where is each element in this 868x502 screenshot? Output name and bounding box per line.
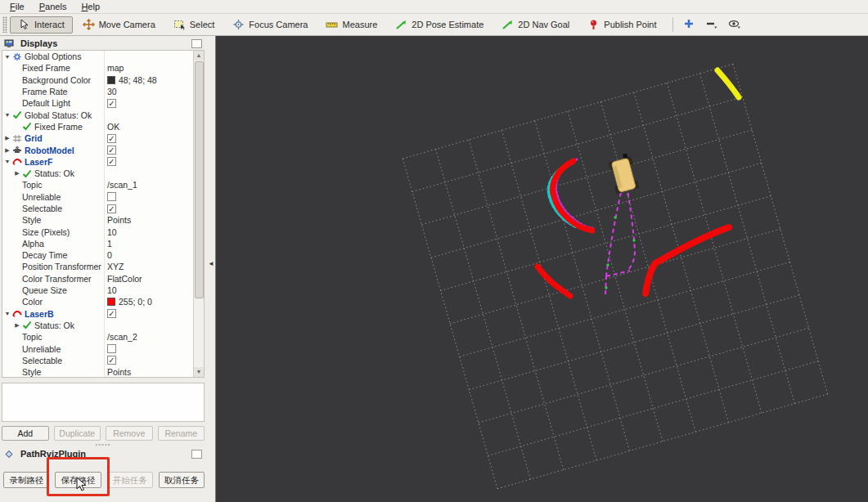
property-value-cell[interactable]: 10 xyxy=(104,285,204,295)
tree-row[interactable]: Unreliable xyxy=(2,343,204,354)
checkbox-checked[interactable]: ✓ xyxy=(107,157,116,166)
tree-row[interactable]: Selectable✓ xyxy=(2,203,204,214)
expander-closed-icon[interactable]: ▶ xyxy=(12,322,22,329)
checkbox-checked[interactable]: ✓ xyxy=(107,204,116,213)
expander-open-icon[interactable]: ▼ xyxy=(2,311,12,316)
tree-scrollbar[interactable]: ▲ ▼ xyxy=(193,51,204,377)
tree-row[interactable]: ▶Status: Ok xyxy=(2,320,204,331)
expander-closed-icon[interactable]: ▶ xyxy=(12,170,22,177)
tree-row[interactable]: Size (Pixels)10 xyxy=(2,226,204,237)
menu-item-help[interactable]: Help xyxy=(74,1,106,12)
property-value-cell[interactable]: ✓ xyxy=(104,146,204,155)
tree-row[interactable]: Fixed Framemap xyxy=(2,62,204,74)
tree-row[interactable]: Position TransformerXYZ xyxy=(2,261,204,272)
tool-button-interact[interactable]: Interact xyxy=(10,16,73,34)
tool-button-move-camera[interactable]: Move Camera xyxy=(74,16,164,34)
record-path-button[interactable]: 录制路径 xyxy=(3,472,49,488)
tool-button-2d-pose-estimate[interactable]: 2D Pose Estimate xyxy=(387,16,492,34)
3d-viewport[interactable] xyxy=(216,36,868,502)
scrollbar-thumb[interactable] xyxy=(195,61,204,298)
property-value-cell[interactable]: FlatColor xyxy=(104,274,204,284)
property-value-cell[interactable]: Points xyxy=(104,215,204,225)
tree-row[interactable]: ▼LaserF✓ xyxy=(2,156,204,168)
property-value-cell[interactable]: 0 xyxy=(104,250,204,260)
menu-item-panels[interactable]: Panels xyxy=(33,1,74,12)
property-value-cell[interactable]: 255; 0; 0 xyxy=(104,297,204,307)
checkbox-unchecked[interactable] xyxy=(107,344,116,353)
property-value-cell[interactable]: 1 xyxy=(104,239,204,249)
tool-button-focus-camera[interactable]: Focus Camera xyxy=(224,16,316,34)
checkbox-checked[interactable]: ✓ xyxy=(107,134,116,143)
minus-button[interactable] xyxy=(702,16,722,33)
checkbox-checked[interactable]: ✓ xyxy=(107,146,116,155)
property-value-cell[interactable]: 48; 48; 48 xyxy=(104,75,204,85)
tree-row[interactable]: Frame Rate30 xyxy=(2,86,204,97)
panel-viewport-splitter[interactable]: ◄ xyxy=(206,36,216,502)
save-path-button[interactable]: 保存路径 xyxy=(55,472,101,488)
tree-row[interactable]: StylePoints xyxy=(2,214,204,226)
plus-button[interactable] xyxy=(679,16,699,33)
checkbox-checked[interactable]: ✓ xyxy=(107,309,116,318)
tool-button-select[interactable]: Select xyxy=(165,16,223,34)
tree-row[interactable]: StylePoints xyxy=(2,366,204,378)
toolbar-drag-handle[interactable] xyxy=(2,16,7,33)
tree-row[interactable]: Color TransformerFlatColor xyxy=(2,273,204,285)
property-value-cell[interactable]: ✓ xyxy=(104,99,204,108)
cancel-task-button[interactable]: 取消任务 xyxy=(159,472,205,488)
tree-row[interactable]: Fixed FrameOK xyxy=(2,121,204,132)
expander-open-icon[interactable]: ▼ xyxy=(2,159,12,164)
scrollbar-up-arrow[interactable]: ▲ xyxy=(194,51,204,61)
color-swatch[interactable] xyxy=(107,76,115,84)
panel-float-button[interactable] xyxy=(191,39,202,48)
tree-row[interactable]: Background Color48; 48; 48 xyxy=(2,74,204,86)
tree-row[interactable]: Selectable✓ xyxy=(2,355,204,366)
tree-row[interactable]: Color255; 0; 0 xyxy=(2,296,204,307)
property-tree[interactable]: ▼Global OptionsFixed FramemapBackground … xyxy=(2,50,205,378)
property-value-cell[interactable]: XYZ xyxy=(104,262,204,271)
property-value-cell[interactable]: ✓ xyxy=(104,157,204,166)
add-button[interactable]: Add xyxy=(2,426,49,441)
tree-row[interactable]: Alpha1 xyxy=(2,238,204,249)
expander-open-icon[interactable]: ▼ xyxy=(2,112,12,118)
tool-button-2d-nav-goal[interactable]: 2D Nav Goal xyxy=(493,16,578,34)
property-value-cell[interactable]: 10 xyxy=(104,227,204,237)
property-value-cell[interactable]: ✓ xyxy=(104,134,204,143)
property-value-cell[interactable]: OK xyxy=(104,122,204,132)
tree-row[interactable]: ▶Status: Ok xyxy=(2,168,204,179)
property-value-cell[interactable]: Points xyxy=(104,367,204,377)
property-value-cell[interactable]: /scan_2 xyxy=(104,332,204,342)
tree-row[interactable]: ▶RobotModel✓ xyxy=(2,144,204,155)
property-value-cell[interactable]: ✓ xyxy=(104,356,204,365)
displays-panel-header[interactable]: Displays xyxy=(2,37,205,50)
property-value-cell[interactable]: /scan_1 xyxy=(104,180,204,190)
tree-row[interactable]: ▼LaserB✓ xyxy=(2,308,204,320)
property-value-cell[interactable]: ✓ xyxy=(104,309,204,318)
tree-row[interactable]: Decay Time0 xyxy=(2,249,204,261)
tree-row[interactable]: ▶Grid✓ xyxy=(2,132,204,144)
eye-button[interactable] xyxy=(725,16,744,33)
tree-row[interactable]: ▼Global Options xyxy=(2,51,204,62)
property-value-cell[interactable]: map xyxy=(104,63,204,73)
menu-item-file[interactable]: File xyxy=(3,1,31,12)
tool-button-publish-point[interactable]: Publish Point xyxy=(579,16,664,34)
tree-row[interactable]: ▼Global Status: Ok xyxy=(2,109,204,120)
color-swatch[interactable] xyxy=(107,298,115,306)
plugin-panel-header[interactable]: PathRvizPlugin xyxy=(2,447,205,460)
expander-closed-icon[interactable]: ▶ xyxy=(2,147,12,154)
checkbox-unchecked[interactable] xyxy=(107,192,116,201)
tree-row[interactable]: Queue Size10 xyxy=(2,285,204,296)
splitter-collapse-arrow[interactable]: ◄ xyxy=(208,260,214,267)
checkbox-checked[interactable]: ✓ xyxy=(107,99,116,108)
property-value-cell[interactable] xyxy=(104,344,204,353)
checkbox-checked[interactable]: ✓ xyxy=(107,356,116,365)
expander-closed-icon[interactable]: ▶ xyxy=(2,135,12,141)
tree-row[interactable]: Topic/scan_1 xyxy=(2,179,204,190)
scrollbar-down-arrow[interactable]: ▼ xyxy=(194,367,204,377)
property-value-cell[interactable] xyxy=(104,192,204,201)
property-value-cell[interactable]: ✓ xyxy=(104,204,204,213)
tool-button-measure[interactable]: Measure xyxy=(317,16,385,34)
property-value-cell[interactable]: 30 xyxy=(104,87,204,96)
tree-row[interactable]: Topic/scan_2 xyxy=(2,331,204,343)
tree-row[interactable]: Default Light✓ xyxy=(2,97,204,109)
tree-row[interactable]: Unreliable xyxy=(2,191,204,203)
